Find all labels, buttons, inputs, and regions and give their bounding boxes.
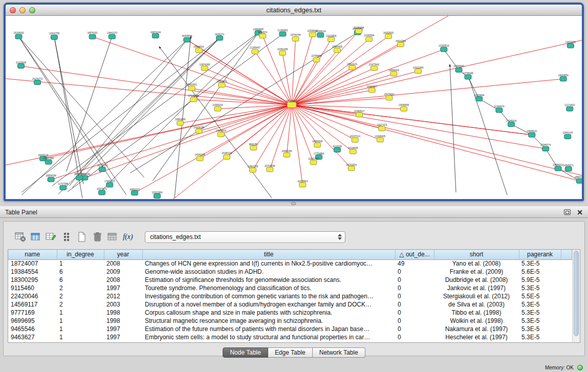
table-row[interactable]: 977716911998Corpus callosum shape and si… [8,309,572,317]
graph-node-shape[interactable] [349,65,356,70]
graph-node[interactable]: 11707098 [58,183,69,190]
graph-node[interactable]: 16996936 [312,140,323,147]
table-cell[interactable]: 2003 [104,300,142,309]
graph-node[interactable]: 15185232 [222,152,232,159]
graph-edge[interactable] [72,38,220,188]
graph-node[interactable]: 15238030 [13,32,24,39]
table-cell[interactable]: 0 [395,317,434,325]
column-header[interactable]: △ out_de... [395,250,434,259]
graph-node-shape[interactable] [348,166,355,171]
graph-node-shape[interactable] [216,36,223,40]
graph-edge[interactable] [292,105,546,149]
table-cell[interactable]: Genome-wide association studies in ADHD. [142,268,395,276]
graph-edge[interactable] [52,33,258,186]
graph-node[interactable]: 10843066 [175,118,186,125]
row-mode-button[interactable] [59,230,74,244]
graph-node[interactable]: 13798188 [463,72,473,79]
table-cell[interactable]: 2012 [104,292,142,300]
graph-node[interactable]: 10237214 [350,135,361,142]
table-cell[interactable]: 9465546 [8,325,57,333]
graph-edge[interactable] [450,64,456,192]
graph-node-shape[interactable] [455,68,462,72]
graph-node-shape[interactable] [317,33,324,37]
table-cell[interactable]: Corpus callosum shape and size in male p… [142,309,395,317]
table-cell[interactable]: 1997 [104,325,142,333]
graph-node[interactable]: 12432758 [49,32,60,39]
table-cell[interactable]: Dudbridge et al. (2008) [434,276,519,284]
table-cell[interactable]: Estimation of the future numbers of pati… [142,325,395,333]
table-scrollbar[interactable] [572,250,580,342]
table-cell[interactable]: 6 [57,268,104,276]
table-row[interactable]: 946554611997Estimation of the future num… [8,325,572,333]
graph-edge[interactable] [221,105,292,135]
table-row[interactable]: 946362711997Embryonic stem cells: a mode… [8,333,572,341]
graph-node[interactable]: 9118269 [333,145,342,152]
graph-node[interactable]: 13441070 [107,32,118,39]
table-cell[interactable]: 2009 [104,268,142,276]
table-cell[interactable]: Yano et al. (2008) [434,259,519,268]
table-cell[interactable]: 5.3E-5 [519,333,561,341]
table-cell[interactable]: 1 [57,259,104,268]
graph-node[interactable]: 22079663 [297,180,308,187]
table-cell[interactable]: 18300295 [8,276,57,284]
graph-node-shape[interactable] [287,102,296,108]
graph-node-shape[interactable] [106,183,113,187]
graph-node-shape[interactable] [542,146,549,151]
graph-edge[interactable] [292,105,353,151]
graph-node-shape[interactable] [76,176,83,180]
graph-node-shape[interactable] [368,88,375,93]
table-cell[interactable]: Estimation of significance thresholds fo… [142,276,395,284]
graph-node-shape[interactable] [529,133,535,137]
graph-node-shape[interactable] [99,190,105,195]
graph-node[interactable]: 11861143 [562,132,573,139]
table-cell[interactable]: Stergiakouli et al. (2012) [434,292,519,300]
graph-edge[interactable] [200,105,292,159]
table-cell[interactable]: 9115460 [8,284,57,292]
table-row[interactable]: 911546021997Tourette syndrome. Phenomeno… [8,284,572,292]
table-cell[interactable]: Changes of HCN gene expression and I(f) … [142,259,395,268]
graph-node[interactable]: 12241702 [308,158,319,165]
graph-node-shape[interactable] [496,108,503,113]
window-titlebar[interactable]: citations_edges.txt [6,5,582,16]
graph-node-shape[interactable] [415,69,422,74]
graph-edge[interactable] [282,53,292,105]
minimize-window-button[interactable] [19,7,26,13]
graph-node[interactable]: 10580549 [453,65,464,72]
graph-node-shape[interactable] [390,72,397,76]
graph-node[interactable]: 15613131 [347,63,358,70]
graph-node[interactable]: 15099565 [399,104,409,111]
graph-node[interactable]: 13874188 [200,63,210,71]
graph-node-shape[interactable] [465,75,471,79]
graph-node-shape[interactable] [328,37,335,42]
graph-edge[interactable] [18,37,112,181]
graph-node-shape[interactable] [99,167,105,171]
tab-edge-table[interactable]: Edge Table [268,347,313,358]
graph-node-shape[interactable] [310,160,317,165]
graph-node-shape[interactable] [177,121,184,125]
graph-node-shape[interactable] [309,32,316,37]
graph-node-shape[interactable] [219,83,225,87]
graph-edge[interactable] [58,38,220,194]
graph-node[interactable]: 9039273 [215,33,224,40]
graph-node-shape[interactable] [250,168,256,172]
graph-edge[interactable] [292,74,394,105]
graph-node-shape[interactable] [476,97,483,101]
table-cell[interactable]: Franke et al. (2009) [434,268,519,276]
graph-node-shape[interactable] [195,129,202,134]
table-cell[interactable]: 5.3E-5 [519,259,561,268]
delete-button[interactable] [90,230,105,244]
graph-edge[interactable] [292,105,380,140]
graph-node[interactable]: 21265457 [250,47,260,54]
table-cell[interactable]: 5.3E-5 [519,309,561,317]
graph-node[interactable]: 16703204 [346,164,357,171]
graph-node[interactable]: 16610252 [396,40,406,47]
graph-node[interactable]: 17089774 [540,144,551,151]
graph-node-shape[interactable] [250,146,257,150]
graph-node-shape[interactable] [371,66,378,71]
graph-node[interactable]: 21368674 [494,105,505,113]
graph-edge[interactable] [159,47,272,198]
table-row[interactable]: 2242004622012Investigating the contribut… [8,292,572,300]
graph-node[interactable]: 19589202 [553,164,563,171]
table-cell[interactable]: de Silva et al. (2003) [434,300,519,309]
table-cell[interactable]: 1997 [104,333,142,341]
